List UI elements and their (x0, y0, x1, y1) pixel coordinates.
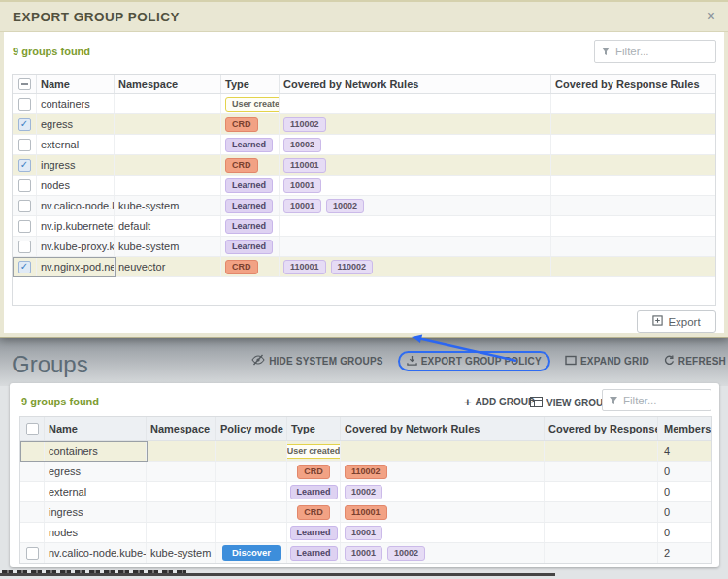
modal-title: EXPORT GROUP POLICY (13, 10, 180, 24)
row-checkbox[interactable] (18, 220, 31, 233)
eye-off-icon (251, 354, 265, 368)
rule-badge: 10001 (345, 546, 382, 561)
header-checkbox[interactable] (26, 423, 39, 435)
rule-badge: 10001 (283, 178, 321, 193)
table-row[interactable]: ✓ nv.nginx-pod.neuv neuvector CRD 110001… (13, 257, 715, 277)
table-row[interactable]: nv.ip.kubernetes.d default Learned (13, 216, 715, 237)
rule-badge: 110001 (283, 158, 326, 173)
groups-card: 9 groups found + ADD GROUP VIEW GROUP Na… (10, 383, 719, 567)
rule-badge: 10002 (326, 199, 364, 213)
col-type[interactable]: Type (221, 75, 280, 93)
modal-filter (594, 40, 716, 63)
expand-grid-icon (565, 355, 577, 368)
refresh-button[interactable]: REFRESH (664, 355, 726, 368)
indeterminate-mark (21, 83, 28, 85)
col-namespace[interactable]: Namespace (115, 75, 221, 93)
rule-badge: 10001 (283, 199, 321, 213)
close-icon[interactable]: × (707, 9, 715, 24)
type-badge: CRD (297, 465, 330, 479)
table-row[interactable]: egress CRD 110002 0 (20, 462, 711, 482)
export-button[interactable]: Export (637, 310, 716, 333)
export-table-header: Name Namespace Type Covered by Network R… (13, 75, 715, 94)
modal-header: EXPORT GROUP POLICY × (0, 0, 728, 32)
row-checkbox[interactable] (18, 179, 31, 192)
header-checkbox[interactable] (18, 78, 31, 90)
col-name[interactable]: Name (45, 417, 147, 440)
rule-badge: 110002 (331, 260, 374, 274)
plus-icon: + (464, 398, 472, 407)
groups-filter-input[interactable] (623, 395, 705, 406)
groups-filter (602, 389, 711, 411)
table-row[interactable]: nv.kube-proxy.kub kube-system Learned (13, 237, 715, 257)
policy-mode-badge: Discover (222, 545, 281, 561)
type-badge: Learned (290, 546, 338, 561)
refresh-icon (664, 355, 675, 368)
col-response-rules[interactable]: Covered by Response Rules (551, 75, 715, 93)
hide-system-groups-button[interactable]: HIDE SYSTEM GROUPS (251, 354, 383, 368)
table-row[interactable]: external Learned 10002 0 (20, 482, 711, 502)
add-group-button[interactable]: + ADD GROUP (464, 397, 535, 407)
rule-badge: 110002 (283, 117, 326, 132)
filter-icon (609, 392, 618, 409)
col-namespace[interactable]: Namespace (147, 417, 216, 440)
row-checkbox[interactable]: ✓ (18, 261, 31, 273)
type-badge: User created (287, 444, 341, 459)
col-type[interactable]: Type (287, 417, 341, 440)
table-row[interactable]: ✓ egress CRD 110002 (13, 114, 715, 135)
table-row[interactable]: ingress CRD 110001 0 (20, 502, 711, 523)
modal-chrome (0, 32, 4, 333)
row-checkbox[interactable]: ✓ (18, 118, 31, 131)
groups-table: Name Namespace Policy mode Type Covered … (19, 416, 712, 564)
row-checkbox[interactable]: ✓ (18, 159, 31, 172)
col-network-rules[interactable]: Covered by Network Rules (341, 417, 545, 440)
rule-badge: 10002 (345, 485, 382, 499)
type-badge: Learned (225, 138, 273, 152)
type-badge: Learned (225, 199, 273, 213)
table-row[interactable]: ✓ ingress CRD 110001 (13, 155, 715, 176)
table-row[interactable]: nodes Learned 10001 0 (20, 523, 711, 543)
type-badge: CRD (297, 505, 330, 520)
table-row[interactable]: containers User created (13, 94, 715, 114)
download-icon (407, 355, 417, 368)
type-badge: CRD (225, 158, 258, 173)
type-badge: Learned (290, 485, 338, 499)
table-row[interactable]: external Learned 10002 (13, 135, 715, 155)
export-icon (652, 315, 663, 328)
type-badge: CRD (225, 260, 258, 274)
col-name[interactable]: Name (37, 75, 115, 93)
table-row[interactable]: nv.calico-node.kube-sys kube-system Disc… (20, 543, 711, 563)
row-checkbox[interactable] (18, 98, 31, 111)
rule-badge: 110001 (283, 260, 326, 274)
col-members[interactable]: Members (658, 417, 711, 440)
rule-badge: 10002 (387, 546, 425, 561)
col-network-rules[interactable]: Covered by Network Rules (280, 75, 551, 93)
export-group-policy-button[interactable]: EXPORT GROUP POLICY (398, 351, 550, 371)
rule-badge: 110002 (345, 465, 387, 479)
table-row[interactable]: containers User created 4 (20, 441, 711, 462)
expand-grid-button[interactable]: EXPAND GRID (565, 355, 649, 368)
table-row[interactable]: nv.calico-node.kub kube-system Learned 1… (13, 196, 715, 216)
page-title: Groups (12, 351, 88, 378)
groups-toolbar: HIDE SYSTEM GROUPS EXPORT GROUP POLICY E… (251, 350, 726, 371)
col-response-rules[interactable]: Covered by Response R.. (545, 417, 658, 440)
row-checkbox[interactable] (26, 547, 39, 560)
filter-icon (601, 43, 611, 60)
row-checkbox[interactable] (18, 139, 31, 151)
modal-filter-input[interactable] (615, 46, 710, 57)
table-row[interactable]: nodes Learned 10001 (13, 176, 715, 196)
rule-badge: 10002 (283, 138, 321, 152)
rule-badge: 10001 (345, 526, 382, 540)
row-checkbox[interactable] (18, 241, 31, 253)
type-badge: CRD (225, 117, 258, 132)
modal-chrome (0, 333, 728, 338)
modal-chrome (724, 32, 728, 333)
type-badge: Learned (225, 178, 273, 193)
modal-groups-count: 9 groups found (13, 46, 90, 57)
col-policy-mode[interactable]: Policy mode (216, 417, 287, 440)
view-group-button[interactable]: VIEW GROUP (530, 397, 610, 409)
row-checkbox[interactable] (18, 200, 31, 212)
groups-count: 9 groups found (21, 396, 99, 407)
cutoff-content-bar (0, 573, 555, 576)
type-badge: Learned (225, 219, 273, 234)
view-group-icon (530, 397, 543, 409)
